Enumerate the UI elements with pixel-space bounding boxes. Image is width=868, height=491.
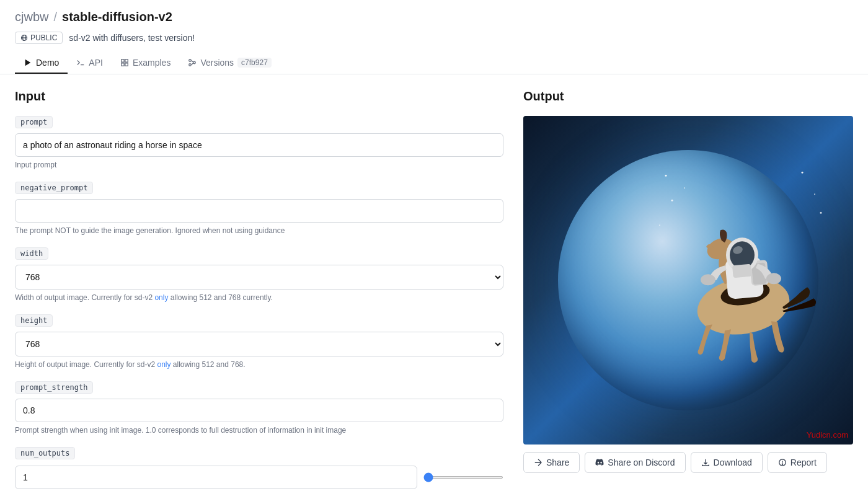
svg-point-28 xyxy=(802,172,804,174)
svg-point-34 xyxy=(782,464,782,464)
negative-prompt-label: negative_prompt xyxy=(15,182,93,194)
height-select[interactable]: 512 768 xyxy=(15,332,503,356)
astronaut-horse-illustration xyxy=(653,163,827,376)
svg-point-26 xyxy=(684,187,685,188)
input-panel: Input prompt Input prompt negative_promp… xyxy=(15,89,523,491)
svg-point-27 xyxy=(671,200,673,201)
share-label: Share xyxy=(546,458,569,467)
tab-api[interactable]: API xyxy=(68,53,112,74)
tab-examples[interactable]: Examples xyxy=(112,53,179,74)
breadcrumb-user: cjwbw xyxy=(15,10,48,24)
version-badge: c7fb927 xyxy=(237,58,272,68)
tab-bar: Demo API Examples Versions c7fb927 xyxy=(15,53,853,74)
discord-icon xyxy=(595,458,604,467)
report-icon xyxy=(778,458,787,467)
svg-point-31 xyxy=(820,212,822,214)
num-outputs-slider[interactable] xyxy=(423,476,503,479)
width-select[interactable]: 512 768 xyxy=(15,265,503,290)
public-badge-label: PUBLIC xyxy=(30,33,57,42)
examples-icon xyxy=(120,58,129,67)
height-field-group: height 512 768 Height of output image. C… xyxy=(15,314,503,369)
tab-versions-label: Versions xyxy=(200,58,234,68)
prompt-input[interactable] xyxy=(15,133,503,157)
download-label: Download xyxy=(714,458,752,467)
svg-point-29 xyxy=(814,193,815,195)
svg-point-23 xyxy=(766,273,781,284)
tab-demo-label: Demo xyxy=(36,58,59,68)
svg-point-30 xyxy=(659,224,660,226)
prompt-description: Input prompt xyxy=(15,161,503,169)
output-actions: Share Share on Discord Download Report xyxy=(523,452,853,473)
svg-rect-24 xyxy=(732,264,752,278)
repo-description: sd-v2 with diffusers, test version! xyxy=(69,33,195,43)
tab-api-label: API xyxy=(89,58,103,68)
svg-point-9 xyxy=(189,64,192,66)
public-badge: PUBLIC xyxy=(15,32,63,44)
negative-prompt-description: The prompt NOT to guide the image genera… xyxy=(15,226,503,235)
download-button[interactable]: Download xyxy=(691,452,763,473)
tab-versions[interactable]: Versions c7fb927 xyxy=(179,53,280,74)
share-discord-label: Share on Discord xyxy=(608,458,675,467)
svg-point-22 xyxy=(701,274,715,285)
globe-icon xyxy=(20,34,28,42)
input-title: Input xyxy=(15,89,503,104)
api-icon xyxy=(76,58,85,67)
output-title: Output xyxy=(523,89,853,104)
prompt-strength-description: Prompt strength when using init image. 1… xyxy=(15,426,503,435)
prompt-strength-label: prompt_strength xyxy=(15,381,93,394)
download-icon xyxy=(701,458,710,467)
watermark: Yudicn.com xyxy=(807,430,848,440)
svg-rect-4 xyxy=(122,60,124,62)
svg-rect-7 xyxy=(125,63,128,66)
output-image-container: Yudicn.com xyxy=(523,116,853,445)
breadcrumb-separator: / xyxy=(53,10,57,24)
prompt-strength-input[interactable] xyxy=(15,399,503,422)
svg-marker-3 xyxy=(25,60,31,66)
height-label: height xyxy=(15,314,53,327)
report-button[interactable]: Report xyxy=(768,452,827,473)
share-discord-button[interactable]: Share on Discord xyxy=(585,452,685,473)
output-image: Yudicn.com xyxy=(523,116,853,445)
negative-prompt-input[interactable] xyxy=(15,199,503,223)
svg-line-12 xyxy=(192,63,194,65)
height-description: Height of output image. Currently for sd… xyxy=(15,360,503,369)
width-description: Width of output image. Currently for sd-… xyxy=(15,293,503,302)
breadcrumb-repo: stable-diffusion-v2 xyxy=(62,10,172,24)
width-label: width xyxy=(15,247,48,260)
svg-point-8 xyxy=(189,60,192,62)
play-icon xyxy=(24,58,32,67)
num-outputs-label: num_outputs xyxy=(15,447,75,459)
tab-demo[interactable]: Demo xyxy=(15,53,68,74)
negative-prompt-field-group: negative_prompt The prompt NOT to guide … xyxy=(15,182,503,235)
svg-rect-5 xyxy=(125,60,128,62)
prompt-field-group: prompt Input prompt xyxy=(15,116,503,169)
svg-line-11 xyxy=(192,61,194,63)
share-button[interactable]: Share xyxy=(523,452,580,473)
versions-icon xyxy=(188,58,197,67)
svg-point-25 xyxy=(665,175,667,177)
num-outputs-field-group: num_outputs Number of images to output. … xyxy=(15,447,503,491)
svg-rect-6 xyxy=(122,63,124,66)
num-outputs-number[interactable] xyxy=(15,466,417,489)
meta-row: PUBLIC sd-v2 with diffusers, test versio… xyxy=(15,32,853,44)
tab-examples-label: Examples xyxy=(133,58,170,68)
report-label: Report xyxy=(790,458,817,467)
width-field-group: width 512 768 Width of output image. Cur… xyxy=(15,247,503,302)
svg-point-20 xyxy=(730,241,755,268)
prompt-strength-field-group: prompt_strength Prompt strength when usi… xyxy=(15,381,503,435)
svg-point-10 xyxy=(193,61,196,64)
share-icon xyxy=(534,458,542,467)
output-panel: Output xyxy=(523,89,853,491)
prompt-label: prompt xyxy=(15,116,53,128)
